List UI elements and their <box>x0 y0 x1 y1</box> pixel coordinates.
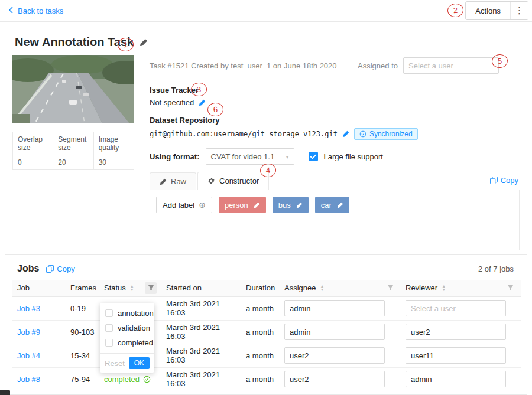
filter-assignee-icon[interactable] <box>384 282 396 294</box>
back-to-tasks-link[interactable]: Back to tasks <box>8 6 63 15</box>
jobs-table-header-row: Job Frames Status ▲▼ Started on Duration <box>12 280 521 296</box>
job-link[interactable]: Job #9 <box>17 328 40 337</box>
filter-option-validation[interactable]: validation <box>100 321 154 335</box>
copy-labels-link[interactable]: Copy <box>490 176 518 185</box>
task-body: Overlap size Segment size Image quality … <box>12 55 520 250</box>
assignee-input[interactable] <box>284 371 385 387</box>
column-header-started: Started on <box>161 280 241 296</box>
dataset-repository-url: git@github.com:username/git_storage_v123… <box>150 130 338 138</box>
job-row-4: Job #4 15-34 March 3rd 2021 16:03 a mont… <box>12 344 521 367</box>
job-frames: 90-103 <box>66 320 99 344</box>
tab-constructor[interactable]: Constructor <box>197 172 269 190</box>
column-header-frames: Frames <box>66 280 99 296</box>
status-filter-dropdown: annotation validation completed Reset OK <box>100 303 154 373</box>
job-link[interactable]: Job #8 <box>17 375 40 384</box>
job-duration: a month <box>241 296 280 320</box>
param-value-quality: 30 <box>93 155 134 170</box>
column-header-reviewer[interactable]: Reviewer ▲▼ <box>401 280 521 296</box>
task-params-table: Overlap size Segment size Image quality … <box>12 132 134 170</box>
job-link[interactable]: Job #4 <box>17 351 40 360</box>
job-duration: a month <box>241 367 280 391</box>
column-header-status[interactable]: Status ▲▼ <box>99 280 161 296</box>
column-header-duration: Duration <box>241 280 280 296</box>
export-format-row: Using format: CVAT for video 1.1 ▾ Large… <box>150 148 520 165</box>
dataset-repository-block: Dataset Repository git@github.com:userna… <box>150 116 520 140</box>
reviewer-input[interactable] <box>406 371 506 387</box>
copy-labels-label: Copy <box>501 176 518 185</box>
label-tag-person[interactable]: person <box>219 197 266 213</box>
actions-button[interactable]: Actions <box>466 2 510 19</box>
jobs-table: Job Frames Status ▲▼ Started on Duration <box>12 280 521 391</box>
labels-tabs-row: Raw Constructor Copy <box>150 172 520 190</box>
job-frames: 15-34 <box>66 344 99 367</box>
check-circle-icon <box>359 130 366 138</box>
filter-option-annotation[interactable]: annotation <box>100 306 154 321</box>
tab-constructor-label: Constructor <box>219 177 259 185</box>
jobs-header: Jobs Copy 2 of 7 jobs <box>12 263 520 280</box>
job-started: March 3rd 2021 16:03 <box>161 320 241 344</box>
filter-ok-button[interactable]: OK <box>129 357 150 369</box>
filter-footer: Reset OK <box>100 353 154 373</box>
filter-option-completed[interactable]: completed <box>100 335 154 350</box>
add-label-text: Add label <box>163 201 194 210</box>
label-tag-person-name: person <box>225 201 248 210</box>
sort-assignee-icon[interactable]: ▲▼ <box>320 285 324 292</box>
param-header-segment: Segment size <box>53 132 93 155</box>
param-header-quality: Image quality <box>93 132 134 155</box>
label-tag-car[interactable]: car <box>315 197 349 213</box>
tab-raw[interactable]: Raw <box>150 172 196 190</box>
checkbox-annotation[interactable] <box>105 309 113 317</box>
large-file-checkbox[interactable] <box>309 152 318 161</box>
task-details-card: New Annotation Task <box>5 27 527 247</box>
assigned-to-group: Assigned to <box>358 57 499 74</box>
job-started: March 3rd 2021 16:03 <box>161 344 241 367</box>
filter-reviewer-icon[interactable] <box>504 282 516 294</box>
column-header-job: Job <box>12 280 66 296</box>
pencil-icon <box>160 178 167 185</box>
chevron-down-icon: ▾ <box>286 154 288 160</box>
job-duration: a month <box>241 320 280 344</box>
label-tag-bus-name: bus <box>278 201 291 210</box>
sort-status-icon[interactable]: ▲▼ <box>130 285 134 292</box>
format-select[interactable]: CVAT for video 1.1 ▾ <box>206 148 294 165</box>
checkbox-validation[interactable] <box>105 324 113 332</box>
edit-issue-tracker-icon[interactable] <box>199 99 206 106</box>
label-tag-bus[interactable]: bus <box>273 197 309 213</box>
edit-label-icon[interactable] <box>254 202 260 208</box>
gear-icon <box>207 177 215 185</box>
job-row-3: Job #3 0-19 March 3rd 2021 16:03 a month <box>12 296 521 320</box>
sync-badge-label: Synchronized <box>369 130 413 138</box>
sort-reviewer-icon[interactable]: ▲▼ <box>442 285 446 292</box>
edit-label-icon[interactable] <box>337 202 343 208</box>
job-started: March 3rd 2021 16:03 <box>161 296 241 320</box>
edit-label-icon[interactable] <box>296 202 303 208</box>
checkbox-completed[interactable] <box>105 339 113 347</box>
actions-menu-icon[interactable]: ⋮ <box>510 2 528 19</box>
job-status-completed: completed <box>104 375 157 384</box>
assigned-to-input[interactable] <box>403 57 499 74</box>
reviewer-input[interactable] <box>406 347 506 364</box>
reviewer-input[interactable] <box>406 324 506 340</box>
actions-button-group: Actions ⋮ <box>465 1 528 20</box>
assignee-input[interactable] <box>284 324 385 340</box>
add-label-button[interactable]: Add label ⊕ <box>156 197 212 213</box>
filter-status-icon[interactable] <box>145 282 157 294</box>
edit-repository-icon[interactable] <box>342 130 349 138</box>
param-value-segment: 20 <box>53 155 93 170</box>
filter-reset-button[interactable]: Reset <box>105 359 125 368</box>
back-label: Back to tasks <box>18 6 63 15</box>
reviewer-input[interactable] <box>406 300 506 316</box>
param-header-overlap: Overlap size <box>13 132 53 155</box>
job-link[interactable]: Job #3 <box>17 304 40 313</box>
column-header-assignee[interactable]: Assignee ▲▼ <box>280 280 401 296</box>
copy-icon <box>490 177 498 184</box>
labels-constructor-area: Add label ⊕ person bus <box>150 190 520 250</box>
tab-raw-label: Raw <box>171 177 186 186</box>
edit-title-icon[interactable] <box>140 38 148 47</box>
assignee-input[interactable] <box>284 347 385 364</box>
task-title: New Annotation Task <box>15 35 134 49</box>
task-right-column: Task #1521 Created by test_user_1 on Jun… <box>150 55 520 250</box>
back-chevron-icon <box>8 6 14 15</box>
copy-jobs-link[interactable]: Copy <box>46 265 74 273</box>
assignee-input[interactable] <box>284 300 385 316</box>
